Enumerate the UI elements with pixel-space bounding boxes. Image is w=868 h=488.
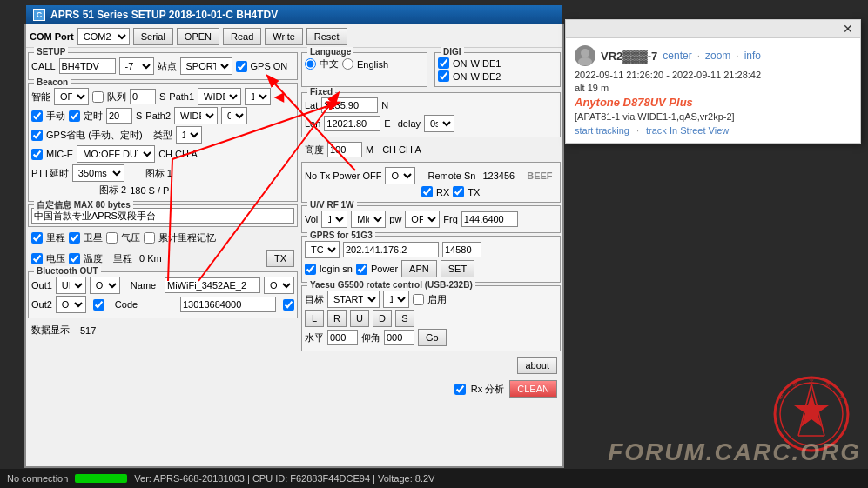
window-title: APRS 51 Series SETUP 2018-10-01-C BH4TDV: [50, 9, 278, 21]
gprs-type-select[interactable]: TCP: [305, 241, 340, 258]
clean-button[interactable]: CLEAN: [509, 380, 557, 398]
path2-num-select[interactable]: 0: [221, 107, 247, 124]
gprs-power-checkbox[interactable]: [356, 264, 367, 275]
notx-select[interactable]: OFF: [385, 167, 415, 184]
uvrf-section: U/V RF 1W Vol 1 Mic1 pw OFF Frq: [301, 205, 561, 233]
about-button[interactable]: about: [517, 357, 557, 374]
out2-select[interactable]: OFF: [56, 296, 86, 313]
apn-button[interactable]: APN: [401, 260, 437, 277]
mic-select[interactable]: Mic1: [351, 211, 386, 228]
u-button[interactable]: U: [350, 310, 369, 327]
tx-checkbox[interactable]: [453, 186, 464, 197]
remote-label: Remote Sn: [427, 170, 475, 181]
queue-input[interactable]: [130, 89, 156, 104]
digi-on1-checkbox[interactable]: [438, 57, 449, 69]
satellite-checkbox[interactable]: [69, 232, 80, 244]
serial-button[interactable]: Serial: [133, 28, 173, 45]
start-tracking-link[interactable]: start tracking: [575, 125, 629, 136]
call-input[interactable]: [59, 58, 116, 74]
mice-select[interactable]: MO:OFF DUTY: [77, 145, 155, 163]
station-select[interactable]: SPORT: [180, 57, 232, 75]
s2-label: S: [136, 110, 142, 121]
path1-num-select[interactable]: 1: [245, 88, 271, 105]
mice-checkbox[interactable]: [31, 149, 43, 160]
yaesu-enable-checkbox[interactable]: [413, 294, 424, 305]
gprs-ip-input[interactable]: [343, 242, 439, 257]
vol-select[interactable]: 1: [321, 211, 347, 228]
lon-input[interactable]: [324, 116, 380, 131]
gps-power-checkbox[interactable]: [31, 130, 43, 141]
cumulative-checkbox[interactable]: [144, 232, 155, 244]
svg-marker-8: [794, 392, 829, 427]
login-sn-checkbox[interactable]: [305, 264, 316, 275]
target-num-select[interactable]: 1: [383, 291, 409, 308]
popup-close-button[interactable]: ✕: [843, 23, 853, 35]
delay-select[interactable]: 0s: [424, 115, 454, 132]
rx-checkbox[interactable]: [421, 186, 433, 197]
rx-analyze-checkbox[interactable]: [454, 384, 466, 395]
mileage-label: 里程: [46, 231, 65, 244]
go-button[interactable]: Go: [418, 329, 447, 346]
digi-on2-checkbox[interactable]: [438, 70, 449, 82]
gps-checkbox[interactable]: [236, 61, 247, 72]
wifi-on1-select[interactable]: ON: [264, 277, 294, 294]
nav-info-link[interactable]: info: [744, 50, 761, 62]
minus-select[interactable]: -7: [119, 57, 154, 75]
path1-select[interactable]: WIDE1: [198, 88, 241, 105]
ptt-select[interactable]: 350ms: [72, 164, 124, 182]
voltage-checkbox[interactable]: [31, 253, 43, 264]
hz-input[interactable]: [327, 330, 358, 345]
mileage-km-label: 里程: [113, 252, 132, 265]
digi-section: DIGI ON WIDE1 ON WIDE2: [434, 52, 561, 87]
notx-label: No Tx Power OFF: [305, 170, 381, 181]
timer-label: 定时: [84, 110, 103, 123]
lat-input[interactable]: [321, 97, 378, 113]
path2-select[interactable]: WIDE2: [174, 107, 218, 124]
reset-button[interactable]: Reset: [306, 28, 347, 45]
path2-label: Path2: [145, 110, 171, 121]
timer-checkbox[interactable]: [69, 110, 80, 122]
gprs-port-input[interactable]: [442, 242, 481, 257]
s-button[interactable]: S: [395, 310, 414, 327]
wifi-code-input[interactable]: [180, 297, 276, 312]
pw-select[interactable]: OFF: [405, 211, 440, 228]
language-section: Language 中文 English: [301, 52, 427, 87]
tilt-label: 仰角: [361, 331, 380, 344]
svg-point-5: [578, 57, 592, 65]
out2-checkbox[interactable]: [93, 299, 104, 311]
type-label: 类型: [153, 129, 172, 142]
target-select[interactable]: START1: [327, 291, 380, 308]
out1-on-select[interactable]: ON: [90, 277, 120, 294]
l-button[interactable]: L: [305, 310, 324, 327]
wifi-name-input[interactable]: [165, 277, 260, 293]
frq-input[interactable]: [461, 211, 518, 227]
type-select[interactable]: 1: [176, 126, 202, 144]
nav-center-link[interactable]: center: [663, 50, 691, 62]
read-button[interactable]: Read: [223, 28, 261, 45]
popup-callsign: VR2▓▓▓-7: [601, 50, 657, 63]
mileage-checkbox[interactable]: [31, 232, 43, 244]
nav-zoom-link[interactable]: zoom: [705, 50, 730, 62]
out1-select[interactable]: UI: [56, 277, 86, 294]
manual-checkbox[interactable]: [31, 110, 43, 122]
chinese-radio[interactable]: [305, 58, 316, 70]
r-button[interactable]: R: [327, 310, 347, 327]
air-pressure-checkbox[interactable]: [106, 232, 118, 244]
altitude-input[interactable]: [327, 142, 362, 157]
write-button[interactable]: Write: [265, 28, 302, 45]
popup-avatar: [575, 45, 595, 66]
d-button[interactable]: D: [373, 310, 392, 327]
open-button[interactable]: OPEN: [177, 28, 219, 45]
com-port-select[interactable]: COM2: [77, 28, 130, 45]
temperature-checkbox[interactable]: [69, 253, 80, 264]
wifi-on2-checkbox[interactable]: [283, 299, 294, 311]
smart-select[interactable]: OFF: [54, 88, 89, 105]
track-street-view-link[interactable]: track In Street View: [646, 125, 729, 136]
tx-button[interactable]: TX: [266, 250, 294, 267]
com-port-label: COM Port: [30, 31, 74, 42]
timer-input[interactable]: [106, 108, 132, 124]
tilt-input[interactable]: [384, 330, 414, 345]
set-button[interactable]: SET: [441, 260, 474, 277]
english-radio[interactable]: [342, 58, 353, 70]
queue-checkbox[interactable]: [92, 91, 104, 103]
